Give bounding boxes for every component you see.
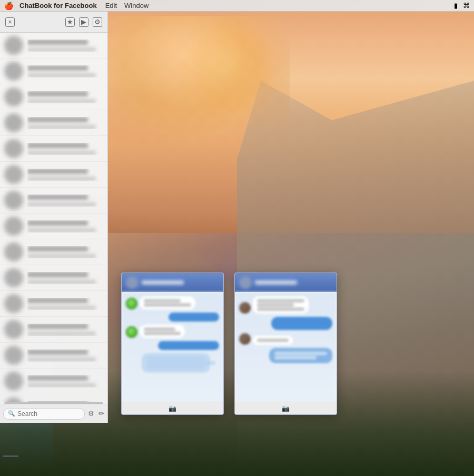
wifi-icon: ⌘ bbox=[463, 2, 470, 9]
chat-name bbox=[27, 349, 88, 355]
chat-sidebar: × ★ ▶ ⚙ bbox=[0, 12, 108, 423]
chat-name bbox=[27, 220, 88, 226]
chat-window-2[interactable]: 📷 bbox=[234, 273, 337, 415]
message-row bbox=[126, 296, 219, 309]
bottom-settings-icon[interactable]: ⚙ bbox=[88, 410, 94, 417]
active-indicator bbox=[3, 455, 18, 457]
list-item[interactable] bbox=[0, 33, 107, 59]
message-row bbox=[239, 296, 332, 314]
avatar bbox=[4, 217, 23, 236]
avatar bbox=[4, 139, 23, 158]
message-bubble bbox=[271, 317, 332, 330]
chat-name bbox=[27, 169, 88, 174]
header-name bbox=[142, 280, 184, 285]
avatar bbox=[4, 242, 23, 261]
chat-name bbox=[27, 143, 88, 148]
list-item[interactable] bbox=[0, 265, 107, 291]
avatar bbox=[4, 320, 23, 339]
chat-window-2-header[interactable] bbox=[235, 273, 337, 292]
menubar-right: ▮ ⌘ bbox=[454, 2, 470, 9]
app-name[interactable]: ChatBook for Facebook bbox=[19, 2, 97, 9]
chat-name bbox=[27, 65, 88, 71]
list-item[interactable] bbox=[0, 136, 107, 162]
avatar bbox=[4, 88, 23, 106]
message-row bbox=[239, 333, 332, 345]
chat-preview bbox=[27, 47, 96, 52]
chat-preview bbox=[27, 280, 96, 284]
message-row bbox=[239, 317, 332, 330]
chat-window-1-footer: 📷 bbox=[122, 402, 223, 414]
list-item[interactable] bbox=[0, 343, 107, 368]
message-bubble bbox=[158, 341, 219, 350]
message-row bbox=[239, 348, 332, 363]
chat-preview bbox=[27, 306, 96, 310]
search-wrapper[interactable]: 🔍 bbox=[3, 408, 85, 420]
list-item[interactable] bbox=[0, 291, 107, 317]
menu-window[interactable]: Window bbox=[124, 2, 149, 9]
list-item[interactable] bbox=[0, 110, 107, 136]
bottom-icons: ⚙ ✏ bbox=[88, 410, 104, 417]
chat-name bbox=[27, 91, 88, 96]
message-row bbox=[126, 341, 219, 350]
chat-window-2-footer: 📷 bbox=[235, 402, 337, 414]
avatar bbox=[4, 346, 23, 365]
header-avatar bbox=[239, 276, 252, 289]
apple-menu[interactable]: 🍎 bbox=[4, 2, 13, 10]
list-item[interactable] bbox=[0, 317, 107, 343]
chat-name bbox=[27, 272, 88, 277]
chat-window-1-body bbox=[122, 292, 223, 402]
chat-window-1-header[interactable] bbox=[122, 273, 223, 292]
list-item[interactable] bbox=[0, 59, 107, 84]
list-item[interactable] bbox=[0, 368, 107, 394]
header-avatar bbox=[126, 276, 139, 289]
avatar bbox=[4, 268, 23, 287]
avatar bbox=[4, 62, 23, 81]
message-bubble bbox=[140, 296, 195, 309]
chat-preview bbox=[27, 125, 96, 129]
chat-preview bbox=[27, 177, 96, 181]
sender-avatar bbox=[126, 298, 137, 309]
avatar bbox=[4, 191, 23, 210]
chat-name bbox=[27, 246, 88, 251]
chat-name bbox=[27, 324, 88, 329]
list-item[interactable] bbox=[0, 188, 107, 213]
message-row bbox=[126, 325, 219, 338]
play-button[interactable]: ▶ bbox=[79, 17, 88, 27]
sender-avatar bbox=[239, 302, 251, 314]
list-item[interactable] bbox=[0, 84, 107, 110]
list-item[interactable] bbox=[0, 162, 107, 188]
list-item[interactable] bbox=[0, 394, 107, 402]
chat-name bbox=[27, 401, 88, 403]
star-button[interactable]: ★ bbox=[65, 17, 75, 27]
chat-list[interactable] bbox=[0, 33, 107, 402]
sidebar-bottom-bar: 🔍 ⚙ ✏ bbox=[0, 404, 107, 423]
list-item[interactable] bbox=[0, 239, 107, 265]
close-button[interactable]: × bbox=[5, 17, 15, 27]
message-row bbox=[126, 313, 219, 322]
avatar bbox=[4, 294, 23, 313]
chat-name bbox=[27, 117, 88, 122]
menu-edit[interactable]: Edit bbox=[105, 2, 117, 9]
chat-preview bbox=[27, 99, 96, 103]
avatar bbox=[4, 113, 23, 132]
list-item[interactable] bbox=[0, 213, 107, 239]
sender-avatar bbox=[239, 333, 251, 345]
sidebar-toolbar: × ★ ▶ ⚙ bbox=[0, 12, 107, 33]
header-name bbox=[255, 280, 297, 285]
compose-icon[interactable]: ✏ bbox=[98, 410, 104, 417]
chat-name bbox=[27, 40, 88, 45]
chat-preview bbox=[27, 254, 96, 258]
message-bubble bbox=[253, 296, 309, 314]
chat-window-1[interactable]: 📷 bbox=[121, 273, 224, 415]
chat-name bbox=[27, 195, 88, 200]
chat-preview bbox=[27, 151, 96, 155]
search-icon: 🔍 bbox=[8, 410, 15, 417]
message-bubble bbox=[140, 325, 185, 338]
camera-icon: 📷 bbox=[169, 405, 176, 412]
chat-preview bbox=[27, 383, 96, 387]
settings-button[interactable]: ⚙ bbox=[93, 17, 102, 27]
search-input[interactable] bbox=[17, 410, 80, 417]
message-bubble bbox=[253, 336, 293, 345]
chat-name bbox=[27, 298, 88, 303]
chat-preview bbox=[27, 73, 96, 77]
